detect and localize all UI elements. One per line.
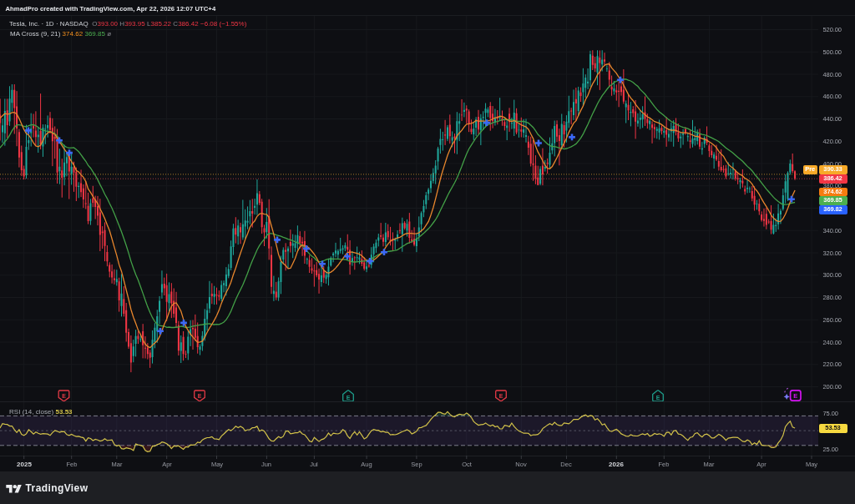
svg-text:E: E <box>347 395 351 401</box>
svg-text:TradingView: TradingView <box>26 482 89 494</box>
svg-text:E: E <box>198 393 202 399</box>
svg-text:E: E <box>793 392 797 400</box>
svg-text:E: E <box>656 395 660 401</box>
svg-text:E: E <box>62 393 66 399</box>
svg-text:E: E <box>499 393 503 399</box>
